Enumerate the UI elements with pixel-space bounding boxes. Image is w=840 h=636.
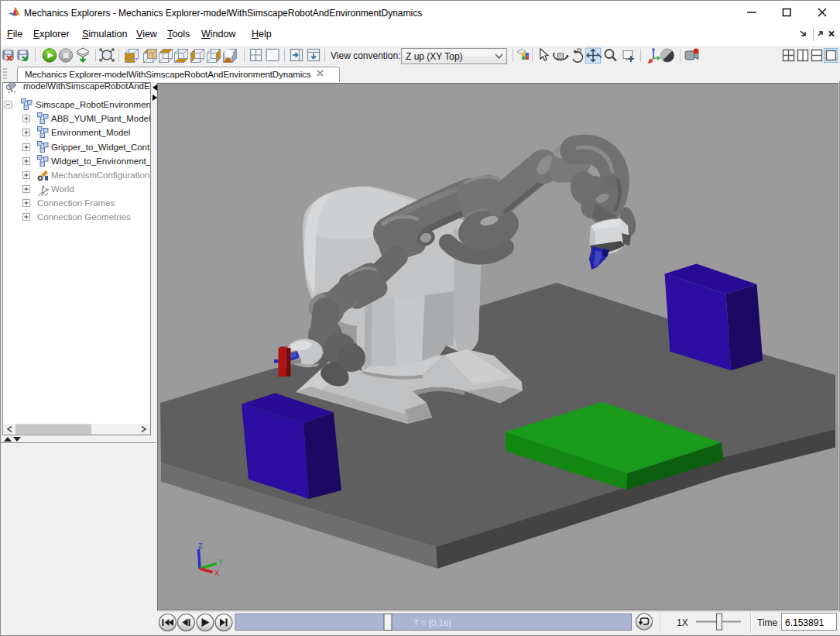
svg-text:modelWithSimscapeRobotAndEnv: modelWithSimscapeRobotAndEnv bbox=[23, 83, 150, 91]
svg-text:Gripper_to_Widget_Contact: Gripper_to_Widget_Contact bbox=[51, 143, 150, 152]
svg-text:X: X bbox=[214, 569, 219, 578]
svg-text:ABB_YUMI_Plant_Model: ABB_YUMI_Plant_Model bbox=[51, 114, 150, 123]
svg-text:Y: Y bbox=[218, 559, 223, 567]
svg-text:View convention:: View convention: bbox=[331, 50, 401, 61]
svg-text:MechanismConfiguration: MechanismConfiguration bbox=[51, 170, 149, 180]
svg-text:Connection Frames: Connection Frames bbox=[37, 198, 115, 208]
svg-text:Connection Geometries: Connection Geometries bbox=[37, 212, 131, 222]
svg-text:6.153891: 6.153891 bbox=[785, 617, 824, 628]
svg-text:Z up (XY Top): Z up (XY Top) bbox=[406, 51, 463, 62]
svg-text:Z: Z bbox=[198, 542, 203, 551]
svg-text:1X: 1X bbox=[677, 617, 688, 628]
svg-text:Simscape_RobotEnvironmentMod: Simscape_RobotEnvironmentMod bbox=[36, 100, 150, 109]
svg-text:Environment_Model: Environment_Model bbox=[51, 128, 130, 137]
svg-text:Time: Time bbox=[757, 617, 778, 628]
svg-text:Widget_to_Environment_C: Widget_to_Environment_C bbox=[51, 156, 150, 166]
svg-text:World: World bbox=[51, 184, 74, 194]
svg-text:T = [0,16]: T = [0,16] bbox=[413, 618, 451, 627]
